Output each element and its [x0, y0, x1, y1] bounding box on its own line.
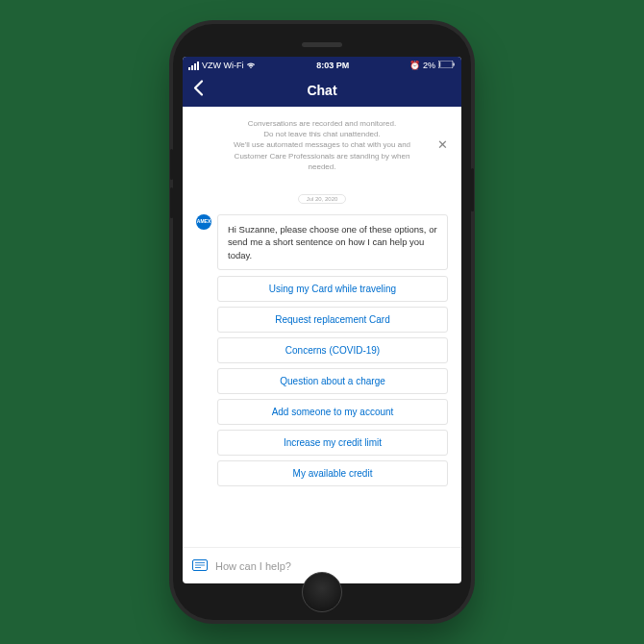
chat-option-2[interactable]: Concerns (COVID-19)	[217, 337, 448, 363]
page-title: Chat	[307, 83, 336, 98]
screen: VZW Wi-Fi 8:03 PM ⏰ 2% Chat Conve	[183, 57, 461, 583]
date-label: Jul 20, 2020	[298, 194, 347, 204]
card-icon[interactable]	[192, 557, 208, 574]
home-button[interactable]	[302, 572, 342, 612]
status-left: VZW Wi-Fi	[188, 61, 256, 71]
battery-percent: 2%	[423, 61, 435, 70]
alarm-icon: ⏰	[409, 61, 420, 70]
chat-option-1[interactable]: Request replacement Card	[217, 307, 448, 333]
chat-option-6[interactable]: My available credit	[217, 460, 448, 486]
bot-message-row: AMEX Hi Suzanne, please choose one of th…	[196, 214, 448, 270]
chat-input[interactable]	[215, 560, 452, 572]
wifi-icon	[246, 61, 256, 71]
status-right: ⏰ 2%	[409, 61, 456, 70]
phone-frame: VZW Wi-Fi 8:03 PM ⏰ 2% Chat Conve	[173, 24, 471, 620]
chat-option-4[interactable]: Add someone to my account	[217, 399, 448, 425]
chat-option-5[interactable]: Increase my credit limit	[217, 430, 448, 456]
bot-message: Hi Suzanne, please choose one of these o…	[217, 214, 448, 270]
chat-body: AMEX Hi Suzanne, please choose one of th…	[183, 214, 461, 547]
carrier-label: VZW Wi-Fi	[202, 61, 243, 70]
close-icon[interactable]: ✕	[433, 133, 452, 155]
signal-icon	[188, 62, 199, 70]
status-bar: VZW Wi-Fi 8:03 PM ⏰ 2%	[183, 57, 461, 74]
phone-speaker	[302, 42, 342, 47]
svg-rect-0	[438, 61, 453, 68]
avatar: AMEX	[196, 214, 211, 230]
notice-banner: Conversations are recorded and monitored…	[183, 107, 461, 182]
chat-option-3[interactable]: Question about a charge	[217, 368, 448, 394]
power-button	[471, 168, 474, 211]
svg-rect-2	[439, 62, 440, 67]
nav-header: Chat	[183, 74, 461, 107]
volume-up-button	[170, 149, 173, 180]
svg-rect-1	[453, 63, 454, 66]
notice-text: Conversations are recorded and monitored…	[210, 118, 434, 172]
date-divider: Jul 20, 2020	[183, 187, 461, 205]
chat-option-0[interactable]: Using my Card while traveling	[217, 276, 448, 302]
battery-icon	[438, 61, 456, 70]
back-button[interactable]	[188, 76, 208, 106]
volume-down-button	[170, 187, 173, 218]
clock-time: 8:03 PM	[316, 61, 349, 70]
